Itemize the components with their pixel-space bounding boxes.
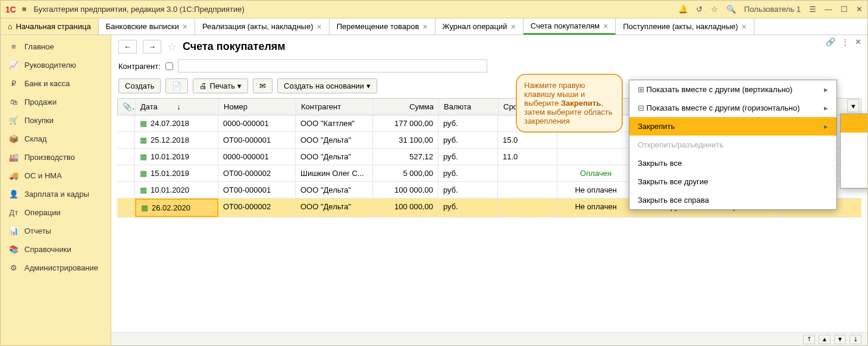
menu-icon: ⊟ bbox=[638, 103, 644, 112]
bell-icon[interactable]: 🔔 bbox=[678, 5, 688, 14]
filter-label: Контрагент: bbox=[118, 62, 161, 71]
tab-Банковские-выписки[interactable]: Банковские выписки × bbox=[99, 18, 195, 34]
link-icon[interactable]: 🔗 bbox=[826, 37, 835, 46]
back-button[interactable]: ← bbox=[118, 40, 137, 54]
tab-Начальная-страница[interactable]: ⌂ Начальная страница bbox=[1, 18, 99, 34]
sidebar-icon: ≡ bbox=[9, 42, 18, 51]
col-attach[interactable]: 📎 bbox=[118, 99, 136, 115]
document-icon: ▦ bbox=[140, 185, 147, 194]
tab-close-icon[interactable]: × bbox=[511, 22, 516, 32]
user-label[interactable]: Пользователь 1 bbox=[744, 5, 801, 14]
content-area: 🔗 ⋮ ✕ ← → ☆ Счета покупателям Контрагент… bbox=[111, 35, 867, 345]
sidebar-item-Продажи[interactable]: 🛍Продажи bbox=[1, 93, 111, 111]
sidebar-icon: ⚙ bbox=[9, 263, 18, 272]
tab-Реализация-(акты,-накладные)[interactable]: Реализация (акты, накладные) × bbox=[195, 18, 330, 34]
sidebar-item-Главное[interactable]: ≡Главное bbox=[1, 37, 111, 56]
filter-checkbox[interactable] bbox=[165, 62, 173, 70]
menu-item[interactable]: Закрепить▸ bbox=[629, 117, 836, 136]
sidebar-item-Справочники[interactable]: 📚Справочники bbox=[1, 240, 111, 259]
submenu-item[interactable]: Закрепить слева bbox=[841, 114, 868, 133]
chevron-right-icon: ▸ bbox=[824, 103, 828, 112]
submenu-item[interactable]: Закрепить снизу bbox=[841, 169, 868, 188]
sidebar-icon: 📊 bbox=[9, 227, 18, 235]
forward-button[interactable]: → bbox=[143, 40, 161, 54]
sidebar-item-Склад[interactable]: 📦Склад bbox=[1, 130, 111, 148]
home-icon: ⌂ bbox=[8, 22, 12, 31]
col-num[interactable]: Номер bbox=[219, 99, 296, 115]
chevron-right-icon: ▸ bbox=[824, 122, 828, 131]
sidebar-label: Зарплата и кадры bbox=[24, 190, 89, 199]
sidebar-item-Руководителю[interactable]: 📈Руководителю bbox=[1, 56, 111, 74]
page-close-icon[interactable]: ✕ bbox=[855, 37, 861, 46]
tab-close-icon[interactable]: × bbox=[183, 22, 187, 32]
scroll-bottom-icon[interactable]: ⤓ bbox=[850, 335, 861, 344]
tabbar: ⌂ Начальная страницаБанковские выписки ×… bbox=[1, 18, 867, 35]
document-icon: ▦ bbox=[140, 152, 147, 161]
sidebar-item-Зарплата-и-кадры[interactable]: 👤Зарплата и кадры bbox=[1, 185, 111, 203]
sidebar-item-Покупки[interactable]: 🛒Покупки bbox=[1, 111, 111, 130]
mail-button[interactable]: ✉ bbox=[253, 78, 272, 93]
page-title: Счета покупателям bbox=[183, 40, 286, 53]
user-menu-icon[interactable]: ☰ bbox=[809, 5, 816, 14]
sidebar-label: Главное bbox=[24, 42, 54, 51]
menu-item[interactable]: Закрыть все другие bbox=[629, 172, 836, 191]
menu-item[interactable]: Закрыть все справа bbox=[629, 191, 836, 209]
app-logo: 1C bbox=[5, 5, 16, 14]
filter-input[interactable] bbox=[178, 59, 487, 73]
star-icon[interactable]: ☆ bbox=[711, 5, 718, 14]
document-icon: ▦ bbox=[140, 136, 147, 144]
copy-button[interactable]: 📄 bbox=[165, 78, 188, 93]
col-cur[interactable]: Валюта bbox=[439, 99, 499, 115]
favorite-icon[interactable]: ☆ bbox=[167, 40, 177, 54]
filter-dropdown-icon[interactable]: ▾ bbox=[847, 99, 859, 112]
document-icon: ▦ bbox=[141, 203, 148, 212]
create-based-button[interactable]: Создать на основании ▾ bbox=[277, 78, 377, 93]
tab-Поступление-(акты,-накладные)[interactable]: Поступление (акты, накладные) × bbox=[616, 18, 754, 34]
scroll-top-icon[interactable]: ⤒ bbox=[803, 335, 815, 344]
tab-Журнал-операций[interactable]: Журнал операций × bbox=[435, 18, 524, 34]
sidebar-label: Операции bbox=[24, 208, 61, 217]
col-sum[interactable]: Сумма bbox=[374, 99, 439, 115]
tab-close-icon[interactable]: × bbox=[422, 22, 427, 32]
sidebar-label: Покупки bbox=[24, 116, 54, 125]
sidebar-label: Банк и касса bbox=[24, 79, 70, 88]
tab-close-icon[interactable]: × bbox=[742, 22, 747, 32]
tab-Счета-покупателям[interactable]: Счета покупателям × bbox=[524, 18, 616, 34]
tab-close-icon[interactable]: × bbox=[317, 22, 322, 32]
sidebar-item-Операции[interactable]: ДтОперации bbox=[1, 203, 111, 222]
submenu-item[interactable]: Закрепить сверху bbox=[841, 151, 868, 169]
col-contr[interactable]: Контрагент bbox=[296, 99, 374, 115]
sidebar-item-Производство[interactable]: 🏭Производство bbox=[1, 148, 111, 166]
more-icon[interactable]: ⋮ bbox=[841, 37, 849, 46]
menu-icon: ⊞ bbox=[638, 85, 644, 94]
maximize-icon[interactable]: ☐ bbox=[841, 5, 848, 14]
sidebar-icon: 📦 bbox=[9, 134, 18, 143]
menu-item: Открепить/разъединить bbox=[629, 136, 836, 154]
tab-close-icon[interactable]: × bbox=[603, 21, 608, 31]
sidebar-item-Администрирование[interactable]: ⚙Администрирование bbox=[1, 259, 111, 277]
menu-item[interactable]: ⊟ Показать вместе с другим (горизонтальн… bbox=[629, 99, 836, 117]
close-icon[interactable]: ✕ bbox=[856, 5, 863, 14]
tab-Перемещение-товаров[interactable]: Перемещение товаров × bbox=[330, 18, 435, 34]
scroll-up-icon[interactable]: ▲ bbox=[819, 335, 831, 344]
create-button[interactable]: Создать bbox=[118, 78, 161, 93]
sidebar-icon: 📚 bbox=[9, 245, 18, 254]
scroll-down-icon[interactable]: ▼ bbox=[834, 335, 846, 344]
sidebar-icon: 🚚 bbox=[9, 171, 18, 180]
history-icon[interactable]: ↺ bbox=[696, 5, 703, 14]
sidebar-item-Отчеты[interactable]: 📊Отчеты bbox=[1, 222, 111, 240]
print-button[interactable]: 🖨 Печать ▾ bbox=[193, 78, 248, 93]
minimize-icon[interactable]: — bbox=[825, 5, 832, 14]
submenu-item[interactable]: Закрепить справа bbox=[841, 133, 868, 151]
sidebar-item-ОС-и-НМА[interactable]: 🚚ОС и НМА bbox=[1, 166, 111, 185]
menu-icon[interactable]: ≡ bbox=[22, 5, 27, 14]
search-icon[interactable]: 🔍 bbox=[726, 5, 736, 14]
sidebar-icon: 🛒 bbox=[9, 116, 18, 125]
menu-item[interactable]: ⊞ Показать вместе с другим (вертикально)… bbox=[629, 80, 836, 99]
sidebar-item-Банк-и-касса[interactable]: ₽Банк и касса bbox=[1, 74, 111, 93]
sidebar-icon: ₽ bbox=[9, 79, 18, 88]
titlebar: 1C ≡ Бухгалтерия предприятия, редакция 3… bbox=[1, 1, 867, 18]
col-date[interactable]: Дата ↓ bbox=[136, 99, 219, 115]
menu-item[interactable]: Закрыть все bbox=[629, 154, 836, 172]
sidebar-label: Отчеты bbox=[24, 227, 51, 235]
